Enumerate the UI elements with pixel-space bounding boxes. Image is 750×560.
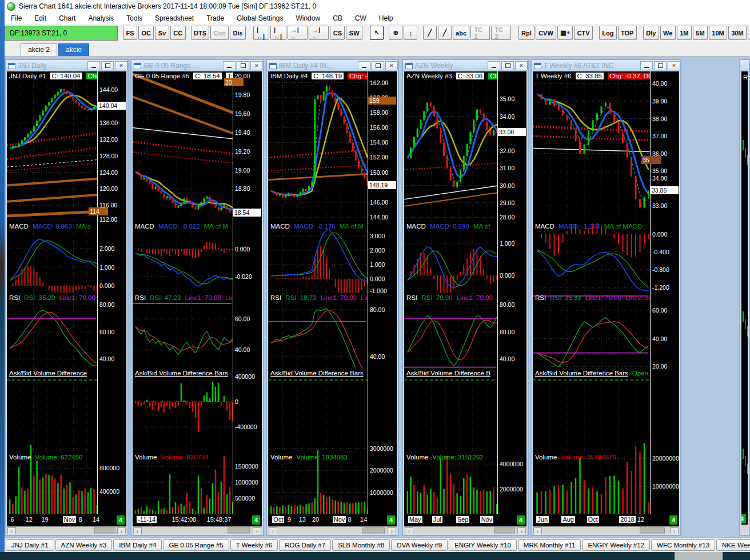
- chart-tab-wfc-monthly-13[interactable]: WFC Monthly #13: [651, 539, 715, 551]
- toolbar-button-fs[interactable]: FS: [123, 26, 137, 40]
- askbid-scale[interactable]: 4000000-400000: [233, 369, 262, 439]
- horizontal-scrollbar[interactable]: ‹›: [404, 526, 526, 534]
- chart-tab-mrk-monthly-11[interactable]: MRK Monthly #11: [518, 539, 581, 551]
- chart-tab-nke-weekly-14[interactable]: NKE Weekly #14: [716, 539, 750, 551]
- chart-tab-ibm-daily-4[interactable]: IBM Daily #4: [113, 539, 162, 551]
- trendline-tool-icon[interactable]: ╱: [423, 26, 437, 40]
- toolbar-button-oc[interactable]: OC: [138, 26, 154, 40]
- toolbar-button-dts[interactable]: DTS: [191, 26, 209, 40]
- scroll-left-arrow[interactable]: ‹: [533, 527, 542, 534]
- scroll-thumb[interactable]: [94, 527, 115, 534]
- menu-item-file[interactable]: File: [5, 13, 28, 23]
- close-button[interactable]: ✕: [385, 61, 398, 70]
- macd-scale[interactable]: 0.000-0.400-0.800-1.200: [650, 222, 679, 293]
- macd-scale[interactable]: 3.0002.0001.0000.000-1.000: [368, 222, 397, 293]
- vertical-line-tool-icon[interactable]: ↕: [404, 26, 417, 40]
- horizontal-scrollbar[interactable]: ‹›: [7, 526, 126, 534]
- toolbar-button-10m[interactable]: 10M: [709, 26, 727, 40]
- scroll-right-arrow[interactable]: ›: [117, 527, 126, 534]
- time-scale[interactable]: JunAugOct2018124: [533, 514, 679, 526]
- restore-button[interactable]: [237, 61, 249, 70]
- toolbar-button-tc2[interactable]: TC 2: [491, 26, 510, 40]
- ray-tool-icon[interactable]: ╱: [438, 26, 452, 40]
- close-button[interactable]: ✕: [115, 61, 127, 70]
- time-scale[interactable]: Oct91320Nov8144: [268, 514, 397, 526]
- toolbar-button-con[interactable]: Con: [210, 26, 229, 40]
- toolbar-button-log[interactable]: Log: [599, 26, 617, 40]
- volume-scale[interactable]: 40000002000000: [497, 439, 526, 514]
- close-button[interactable]: ✕: [250, 61, 263, 70]
- menu-item-window[interactable]: Window: [289, 13, 326, 23]
- restore-button[interactable]: [101, 61, 114, 70]
- horizontal-scrollbar[interactable]: ‹›: [533, 526, 679, 534]
- scroll-left-arrow[interactable]: ‹: [269, 527, 277, 534]
- horizontal-scrollbar[interactable]: ‹›: [268, 526, 397, 534]
- toolbar-button-rpl[interactable]: Rpl: [518, 26, 534, 40]
- scroll-thumb[interactable]: [640, 527, 665, 534]
- scroll-left-arrow[interactable]: ‹: [405, 527, 413, 534]
- close-button[interactable]: ✕: [515, 61, 528, 70]
- toolbar-button-top[interactable]: TOP: [618, 26, 637, 40]
- restore-button[interactable]: [654, 61, 667, 70]
- menu-item-trade[interactable]: Trade: [200, 13, 230, 23]
- chart-tab-dva-weekly-9[interactable]: DVA Weekly #9: [391, 539, 448, 551]
- scroll-right-arrow[interactable]: ›: [517, 527, 526, 534]
- volume-scale[interactable]: 800000400000: [97, 439, 126, 514]
- toolbar-button-dly[interactable]: Dly: [643, 26, 659, 40]
- menu-item-cw[interactable]: CW: [349, 13, 373, 23]
- menu-item-edit[interactable]: Edit: [28, 13, 53, 23]
- macd-scale[interactable]: 1.0000.000: [497, 222, 526, 293]
- time-scale[interactable]: 4: [741, 513, 748, 525]
- chart-window-title-bar[interactable]: GE 0.05 Range ...✕: [131, 60, 263, 71]
- toolbar-button-cvw[interactable]: CVW: [536, 26, 556, 40]
- scroll-left-arrow[interactable]: ‹: [7, 527, 16, 534]
- scroll-right-arrow[interactable]: ›: [388, 527, 396, 534]
- menu-item-chart[interactable]: Chart: [53, 13, 82, 23]
- chart-window-title-bar[interactable]: [740, 60, 749, 71]
- horizontal-scrollbar[interactable]: ‹›: [133, 526, 262, 534]
- time-scale[interactable]: MayJulSepNov4: [404, 514, 526, 526]
- scroll-thumb[interactable]: [362, 527, 385, 534]
- scroll-left-arrow[interactable]: ‹: [133, 527, 142, 534]
- rsi-scale[interactable]: 80.0060.0040.00: [497, 293, 526, 369]
- price-scale[interactable]: 35.0034.0032.0031.0030.0029.0028.0033.06: [497, 71, 526, 222]
- menu-item-spreadsheet[interactable]: Spreadsheet: [149, 13, 200, 23]
- compress-right-icon[interactable]: →|←: [309, 26, 329, 40]
- restore-button[interactable]: [501, 61, 514, 70]
- askbid-scale[interactable]: [368, 369, 397, 439]
- toolbar-button-cs[interactable]: CS: [330, 26, 345, 40]
- tpo-grid-icon[interactable]: ▦+: [557, 26, 573, 40]
- time-scale[interactable]: 61219Nov8144: [7, 514, 126, 526]
- askbid-scale[interactable]: [97, 369, 126, 439]
- scroll-right-arrow[interactable]: ›: [670, 527, 679, 534]
- toolbar-button-5m[interactable]: 5M: [693, 26, 708, 40]
- toolbar-button-abc[interactable]: abc: [453, 26, 470, 40]
- toolbar-button-sw[interactable]: SW: [346, 26, 362, 40]
- volume-scale[interactable]: 300000020000001000000: [368, 439, 397, 514]
- minimize-button[interactable]: [223, 61, 236, 70]
- chart-tab-engiy-weekly-12[interactable]: ENGIY Weekly #12: [582, 539, 650, 551]
- macd-scale[interactable]: 0.000-0.020: [233, 222, 262, 293]
- horizontal-scrollbar[interactable]: [741, 525, 748, 534]
- chart-tab-rog-daily-7[interactable]: ROG Daily #7: [279, 539, 331, 551]
- toolbar-button-1h[interactable]: 1H: [748, 26, 750, 40]
- toolbar-button-dis[interactable]: Dis: [230, 26, 246, 40]
- compress-left-icon[interactable]: →|←: [288, 26, 308, 40]
- scroll-thumb[interactable]: [494, 527, 515, 534]
- menu-item-help[interactable]: Help: [373, 13, 400, 23]
- volume-scale[interactable]: 2000000010000000: [650, 439, 679, 514]
- scroll-thumb[interactable]: [228, 527, 250, 534]
- minimize-button[interactable]: [488, 61, 500, 70]
- price-scale[interactable]: 40.0039.0038.0037.0036.0035.0034.0033.00…: [650, 71, 679, 222]
- menu-item-analysis[interactable]: Analysis: [82, 13, 120, 23]
- price-scale[interactable]: 162.00160.00158.00156.00154.00152.00150.…: [368, 71, 397, 222]
- askbid-scale[interactable]: [650, 369, 679, 439]
- minimize-button[interactable]: [87, 61, 100, 70]
- volume-scale[interactable]: 15000001000000500000: [233, 439, 262, 514]
- bar-spacing-icon[interactable]: |↔|: [270, 26, 286, 40]
- rsi-scale[interactable]: 60.0040.00: [233, 293, 262, 369]
- menu-item-global-settings[interactable]: Global Settings: [230, 13, 289, 23]
- chart-window-title-bar[interactable]: JNJ Daily ...✕: [6, 60, 127, 71]
- toolbar-button-tc1[interactable]: TC 1: [470, 26, 490, 40]
- chartbook-tab-akcie[interactable]: akcie: [58, 43, 89, 56]
